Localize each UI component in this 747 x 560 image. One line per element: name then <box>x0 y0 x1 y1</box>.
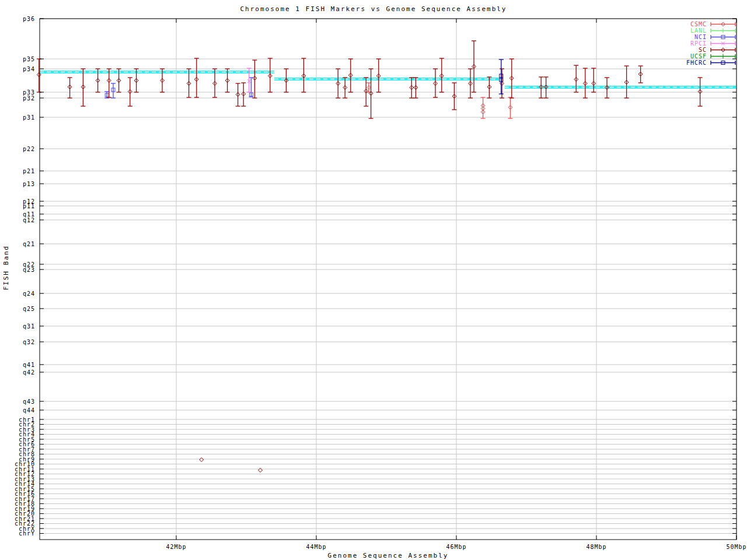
legend-sample <box>710 47 736 53</box>
y-tick-label: q31 <box>0 324 35 329</box>
x-tick-label: 48Mbp <box>570 544 623 550</box>
y-tick-label: chrY <box>0 531 35 536</box>
y-tick-label: p34 <box>0 66 35 72</box>
y-tick-label: q25 <box>0 306 35 312</box>
x-tick-label: 50Mbp <box>710 544 747 550</box>
legend-row-sc: SC <box>686 47 736 53</box>
legend-row-rpci: RPCI <box>686 40 736 47</box>
x-tick-label: 46Mbp <box>430 544 483 550</box>
assembly-band <box>40 71 736 89</box>
legend-label: UCSF <box>690 53 707 60</box>
series-sc <box>37 41 703 473</box>
y-tick-label: p36 <box>0 16 35 22</box>
legend-sample <box>710 40 736 47</box>
legend-label: CSMC <box>690 21 707 27</box>
y-tick-label: p21 <box>0 169 35 174</box>
legend-label: LANL <box>690 27 707 34</box>
y-tick-label: p11 <box>0 204 35 209</box>
y-tick-label: q11 <box>0 212 35 217</box>
legend-label: NCI <box>694 34 707 40</box>
y-tick-label: q41 <box>0 362 35 368</box>
y-tick-label: p32 <box>0 96 35 101</box>
y-tick-label: p35 <box>0 57 35 62</box>
y-tick-label: q44 <box>0 408 35 413</box>
plot-border <box>40 19 736 540</box>
legend-sample <box>710 60 736 66</box>
y-tick-label: q21 <box>0 242 35 247</box>
y-tick-label: q12 <box>0 218 35 223</box>
legend-sample <box>710 53 736 60</box>
legend-row-ucsf: UCSF <box>686 53 736 60</box>
y-tick-label: q43 <box>0 399 35 404</box>
y-tick-label: q42 <box>0 370 35 375</box>
legend-sample <box>710 21 736 27</box>
y-tick-label: q32 <box>0 340 35 345</box>
chart-canvas: Chromosome 1 FISH Markers vs Genome Sequ… <box>0 0 747 560</box>
plot-area <box>0 0 747 560</box>
y-tick-label: p33 <box>0 90 35 95</box>
legend-label: FHCRC <box>686 60 707 66</box>
legend-label: SC <box>699 47 707 53</box>
x-tick-label: 44Mbp <box>290 544 343 550</box>
y-tick-label: q23 <box>0 267 35 272</box>
y-tick-label: q24 <box>0 291 35 296</box>
y-tick-label: p22 <box>0 146 35 152</box>
series-fhcrc <box>499 60 504 94</box>
legend-sample <box>710 34 736 40</box>
legend-row-csmc: CSMC <box>686 21 736 27</box>
legend-label: RPCI <box>690 40 707 47</box>
gridlines <box>40 19 736 540</box>
y-tick-label: p13 <box>0 181 35 187</box>
legend-row-fhcrc: FHCRC <box>686 60 736 66</box>
legend-row-lanl: LANL <box>686 27 736 34</box>
y-tick-label: p31 <box>0 115 35 120</box>
series-nci <box>104 78 253 98</box>
series-csmc <box>366 83 512 118</box>
legend-row-nci: NCI <box>686 34 736 40</box>
legend-sample <box>710 27 736 34</box>
axis-ticks <box>40 19 736 540</box>
legend: CSMCLANLNCIRPCISCUCSFFHCRC <box>686 21 736 66</box>
x-tick-label: 42Mbp <box>150 544 203 550</box>
